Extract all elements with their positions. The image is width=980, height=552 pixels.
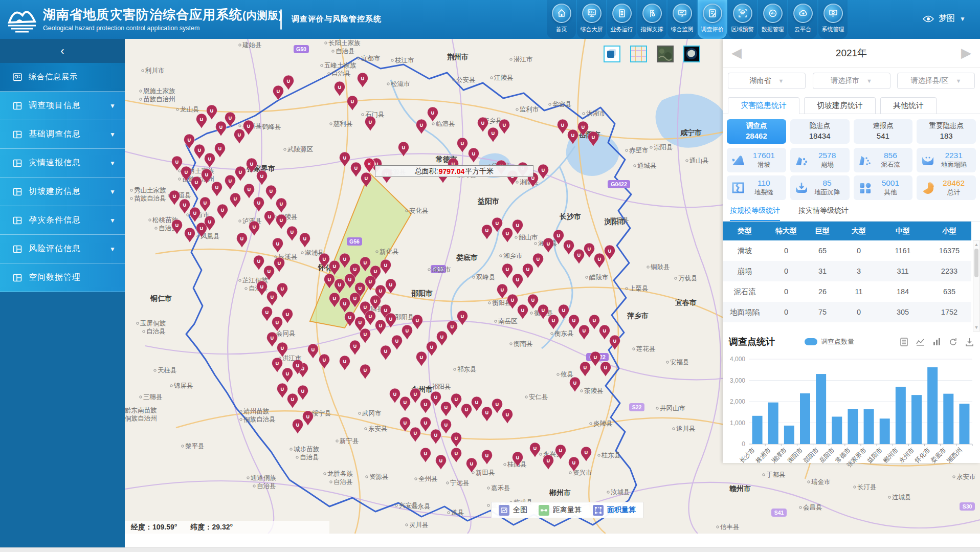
map-tool-fullmap[interactable]: 全图 [499, 505, 527, 516]
sidebar-item-8[interactable]: 空间数据管理 [0, 263, 125, 292]
bar-怀化市[interactable] [927, 367, 938, 444]
bar-郴州市[interactable] [896, 387, 906, 444]
scroll-down-icon[interactable]: ▼ [973, 324, 979, 331]
svg-text:∪: ∪ [413, 430, 418, 436]
bar-邵阳市[interactable] [816, 374, 826, 444]
bar-常德市[interactable] [848, 409, 858, 444]
sidebar-item-1[interactable]: 综合信息展示 [0, 63, 125, 92]
bar-长沙市[interactable] [752, 416, 763, 444]
download-icon[interactable] [965, 338, 974, 346]
summary-card-4[interactable]: 重要隐患点183 [917, 119, 976, 144]
stat-tab-3[interactable]: 其他统计 [880, 97, 937, 114]
nav-item-bigscreen[interactable]: 综合大屏 [577, 0, 606, 39]
stat-card-sinkhole[interactable]: 2231地面塌陷 [917, 148, 976, 172]
scroll-up-icon[interactable]: ▲ [973, 241, 979, 248]
year-next-button[interactable]: ▶ [959, 45, 974, 61]
y-tick-label: 3,000 [730, 377, 745, 384]
table-cell: 0 [839, 302, 878, 322]
nav-item-cloud[interactable]: 云平台 [788, 0, 817, 39]
map-place-label: 长汀县 [854, 483, 877, 491]
table-row[interactable]: 地面塌陷07503051752 [723, 302, 971, 322]
nav-item-region[interactable]: 区域预警 [728, 0, 757, 39]
svg-text:G56: G56 [349, 238, 360, 245]
sidebar-collapse-button[interactable]: ‹ [0, 39, 125, 63]
map-tool-area[interactable]: 面积量算 [593, 505, 636, 516]
stat-card-fissure[interactable]: 110地裂缝 [727, 175, 786, 200]
command-icon [642, 4, 662, 23]
map-place-label: 会昌县 [799, 504, 822, 511]
nav-item-home[interactable]: 首页 [547, 0, 576, 39]
summary-card-1[interactable]: 调查点28462 [727, 119, 786, 144]
stat-tab-2[interactable]: 切坡建房统计 [804, 97, 876, 114]
sidebar-item-6[interactable]: 孕灾条件信息▼ [0, 206, 125, 235]
stat-card-total[interactable]: 28462总计 [917, 175, 976, 200]
satellite-map-icon[interactable] [657, 46, 674, 62]
scroll-thumb[interactable] [974, 249, 978, 277]
table-scrollbar[interactable]: ▲ ▼ [973, 240, 980, 332]
stat-value: 85 [809, 179, 845, 188]
nav-item-business[interactable]: 业务运行 [607, 0, 636, 39]
svg-text:∪: ∪ [306, 413, 310, 419]
map-place-label: 邵阳市 [411, 289, 433, 297]
stat-card-debris[interactable]: 856泥石流 [854, 148, 913, 172]
bar-湘西州[interactable] [959, 404, 969, 444]
sidebar-item-2[interactable]: 调查项目信息▼ [0, 92, 125, 120]
bar-衡阳市[interactable] [800, 393, 810, 444]
bar-岳阳市[interactable] [832, 416, 842, 444]
table-header-cell: 小型 [927, 222, 971, 240]
summary-card-3[interactable]: 速报点541 [854, 119, 913, 144]
line-chart-icon[interactable] [916, 338, 925, 346]
nav-item-monitor[interactable]: 综合监测 [667, 0, 697, 39]
user-area[interactable]: 梦图 ▼ [923, 13, 966, 24]
table-row[interactable]: 滑坡0650116116375 [723, 240, 971, 261]
bar-永州市[interactable] [911, 395, 922, 444]
table-row[interactable]: 崩塌03133112233 [723, 261, 971, 281]
sidebar-item-3[interactable]: 基础调查信息▼ [0, 120, 125, 149]
nav-item-command[interactable]: 指挥支撑 [637, 0, 666, 39]
svg-text:∪: ∪ [581, 124, 586, 130]
region-select-3[interactable]: 请选择县/区▼ [897, 73, 975, 89]
bar-湘潭市[interactable] [784, 426, 794, 444]
chart-legend[interactable]: 调查点数量 [805, 337, 854, 346]
nav-item-survey[interactable]: 调查评价 [698, 0, 727, 39]
summary-card-2[interactable]: 隐患点18434 [790, 119, 850, 144]
sidebar-item-7[interactable]: 风险评估信息▼ [0, 235, 125, 263]
bar-张家界市[interactable] [864, 409, 874, 444]
svg-text:∪: ∪ [280, 345, 285, 351]
stat-value: 110 [746, 179, 782, 188]
region-select-1[interactable]: 湖南省▼ [728, 73, 806, 89]
stat-card-subsidence[interactable]: 85地面沉降 [790, 175, 850, 200]
map-tool-distance[interactable]: 距离量算 [539, 505, 582, 516]
bar-chart-icon[interactable] [932, 338, 941, 346]
data-view-icon[interactable] [900, 338, 908, 346]
stat-card-other[interactable]: 5001其他 [854, 175, 913, 200]
stat-tab-1[interactable]: 灾害隐患统计 [728, 97, 799, 114]
table-cell: 11 [839, 281, 878, 302]
bar-株洲市[interactable] [768, 403, 778, 444]
bar-娄底市[interactable] [943, 394, 953, 444]
svg-text:∪: ∪ [562, 307, 566, 313]
nav-item-data[interactable]: 数据管理 [758, 0, 787, 39]
table-row[interactable]: 泥石流02611184635 [723, 281, 971, 302]
bar-益阳市[interactable] [880, 418, 890, 444]
street-map-icon[interactable] [630, 46, 647, 62]
stat-card-landslide[interactable]: 17601滑坡 [727, 148, 786, 172]
nav-label: 综合大屏 [578, 26, 605, 34]
svg-text:∪: ∪ [613, 338, 617, 344]
horizontal-scrollbar[interactable] [0, 547, 980, 552]
nav-item-system[interactable]: 系统管理 [818, 0, 848, 39]
year-prev-button[interactable]: ◀ [729, 45, 744, 61]
stat-card-collapse[interactable]: 2578崩塌 [790, 148, 850, 172]
refresh-icon[interactable] [949, 338, 957, 346]
sidebar-item-4[interactable]: 灾情速报信息▼ [0, 149, 125, 178]
level-subtab-2[interactable]: 按灾情等级统计 [798, 206, 849, 221]
table-header-cell: 类型 [723, 222, 767, 240]
svg-text:∪: ∪ [384, 348, 388, 354]
sidebar-item-5[interactable]: 切坡建房信息▼ [0, 178, 125, 206]
globe-map-icon[interactable] [683, 46, 700, 62]
coordinate-readout: 经度：109.59° 纬度：29.32° [125, 521, 329, 534]
layers-icon[interactable] [604, 46, 620, 62]
legend-swatch [805, 338, 817, 345]
region-select-2[interactable]: 请选择市▼ [813, 73, 890, 89]
level-subtab-1[interactable]: 按规模等级统计 [730, 206, 780, 221]
